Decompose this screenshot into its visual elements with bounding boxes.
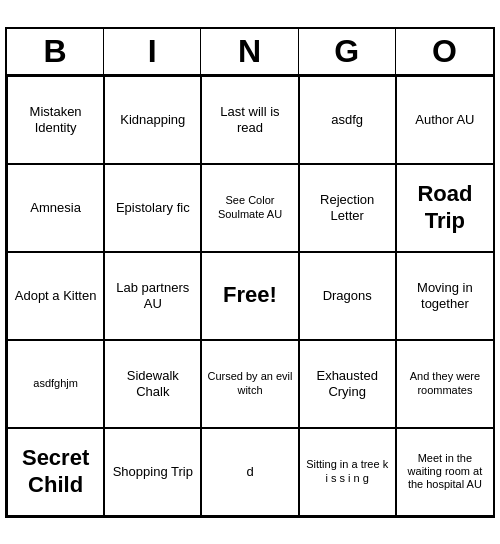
bingo-cell: Epistolary fic — [104, 164, 201, 252]
bingo-cell: Road Trip — [396, 164, 493, 252]
header-letter: N — [201, 29, 298, 74]
header-letter: B — [7, 29, 104, 74]
bingo-cell: asdfg — [299, 76, 396, 164]
bingo-cell: Amnesia — [7, 164, 104, 252]
bingo-header: BINGO — [7, 29, 493, 76]
bingo-cell: And they were roommates — [396, 340, 493, 428]
bingo-cell: Dragons — [299, 252, 396, 340]
bingo-cell: See Color Soulmate AU — [201, 164, 298, 252]
bingo-grid: Mistaken IdentityKidnappingLast will is … — [7, 76, 493, 516]
bingo-cell: Sidewalk Chalk — [104, 340, 201, 428]
bingo-cell: Meet in the waiting room at the hospital… — [396, 428, 493, 516]
bingo-card: BINGO Mistaken IdentityKidnappingLast wi… — [5, 27, 495, 518]
bingo-cell: Rejection Letter — [299, 164, 396, 252]
bingo-cell: Mistaken Identity — [7, 76, 104, 164]
bingo-cell: Moving in together — [396, 252, 493, 340]
header-letter: O — [396, 29, 493, 74]
bingo-cell: Last will is read — [201, 76, 298, 164]
bingo-cell: Author AU — [396, 76, 493, 164]
bingo-cell: Kidnapping — [104, 76, 201, 164]
bingo-cell: Cursed by an evil witch — [201, 340, 298, 428]
bingo-cell: Adopt a Kitten — [7, 252, 104, 340]
bingo-cell: Shopping Trip — [104, 428, 201, 516]
bingo-cell: Sitting in a tree k i s s i n g — [299, 428, 396, 516]
bingo-cell: Exhausted Crying — [299, 340, 396, 428]
bingo-cell: Free! — [201, 252, 298, 340]
bingo-cell: Lab partners AU — [104, 252, 201, 340]
bingo-cell: asdfghjm — [7, 340, 104, 428]
bingo-cell: d — [201, 428, 298, 516]
header-letter: I — [104, 29, 201, 74]
header-letter: G — [299, 29, 396, 74]
bingo-cell: Secret Child — [7, 428, 104, 516]
